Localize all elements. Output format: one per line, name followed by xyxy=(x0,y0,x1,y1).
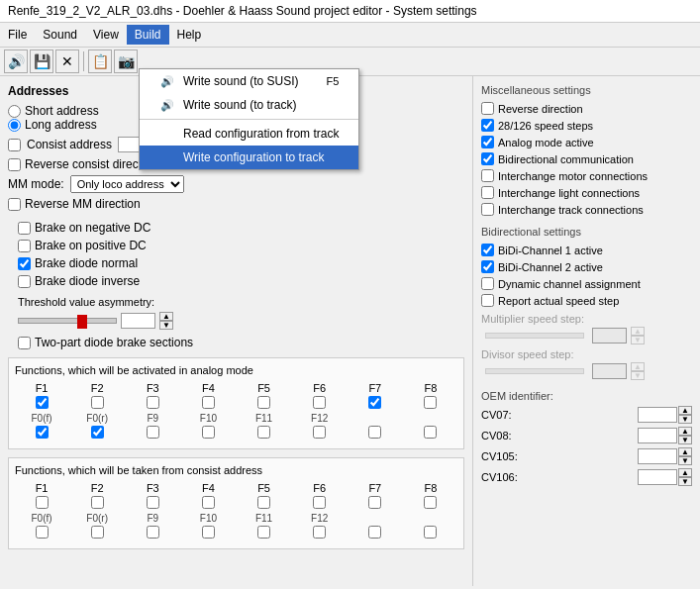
toolbar-copy-btn[interactable]: 📋 xyxy=(88,49,112,73)
cv08-up-btn[interactable]: ▲ xyxy=(678,427,692,436)
fa-cb-2-4[interactable] xyxy=(202,426,215,439)
cv07-down-btn[interactable]: ▼ xyxy=(678,415,692,424)
threshold-down-btn[interactable]: ▼ xyxy=(159,321,173,330)
long-address-label: Long address xyxy=(25,118,97,132)
fc-sh-f12: F12 xyxy=(293,513,347,524)
threshold-up-btn[interactable]: ▲ xyxy=(159,312,173,321)
toolbar-save-btn[interactable]: 💾 xyxy=(30,49,53,73)
bidir-row-2: Dynamic channel assignment xyxy=(481,277,692,290)
fa-cb-1-2[interactable] xyxy=(91,396,104,409)
threshold-value-input[interactable]: 6 xyxy=(121,313,155,329)
fc-cb-1-5[interactable] xyxy=(257,496,270,509)
fa-cb-1-6[interactable] xyxy=(313,396,326,409)
fc-cb-2-5[interactable] xyxy=(257,526,270,539)
mm-mode-select[interactable]: Only loco address Loco and F1-F4 Loco an… xyxy=(70,175,184,193)
fc-cb-1-2[interactable] xyxy=(91,496,104,509)
fa-cb-1-4[interactable] xyxy=(202,396,215,409)
menu-build[interactable]: Build xyxy=(127,25,169,45)
fa-cb-1-7[interactable] xyxy=(368,396,381,409)
cv106-down-btn[interactable]: ▼ xyxy=(678,477,692,486)
brake-diode-inverse-checkbox[interactable] xyxy=(18,275,31,288)
fa-cb-2-2[interactable] xyxy=(91,426,104,439)
fa-cb-1-5[interactable] xyxy=(257,396,270,409)
fa-cb-2-8[interactable] xyxy=(424,426,437,439)
fa-cb-2-5[interactable] xyxy=(257,426,270,439)
cv106-up-btn[interactable]: ▲ xyxy=(678,468,692,477)
menu-sound[interactable]: Sound xyxy=(35,25,85,45)
fa-cb-1-3[interactable] xyxy=(147,396,159,409)
fc-cb-2-3[interactable] xyxy=(147,526,159,539)
fc-cb-1-3[interactable] xyxy=(147,496,159,509)
fc-r1-c5 xyxy=(238,496,291,509)
fc-cb-2-4[interactable] xyxy=(202,526,215,539)
multiplier-input: 0 xyxy=(592,328,627,344)
cv106-input[interactable]: 0 xyxy=(638,469,677,485)
misc-cb-3[interactable] xyxy=(481,152,494,165)
functions-analog-title: Functions, which will be activated in an… xyxy=(15,364,457,376)
fc-sh-empty1 xyxy=(349,513,402,524)
read-config[interactable]: Read configuration from track xyxy=(140,122,358,146)
misc-cb-6[interactable] xyxy=(481,203,494,216)
toolbar-close-btn[interactable]: ✕ xyxy=(55,49,79,73)
toolbar-sound-btn[interactable]: 🔊 xyxy=(4,49,28,73)
bidir-cb-1[interactable] xyxy=(481,260,494,273)
short-address-radio[interactable] xyxy=(8,105,21,118)
fc-cb-1-6[interactable] xyxy=(313,496,326,509)
fc-cb-2-8[interactable] xyxy=(424,526,437,539)
cv08-down-btn[interactable]: ▼ xyxy=(678,436,692,444)
misc-cb-4[interactable] xyxy=(481,169,494,182)
fa-cb-2-3[interactable] xyxy=(147,426,159,439)
fa-cb-2-7[interactable] xyxy=(368,426,381,439)
fc-cb-2-2[interactable] xyxy=(91,526,104,539)
menu-help[interactable]: Help xyxy=(169,25,210,45)
threshold-spin-btns: ▲ ▼ xyxy=(159,312,173,330)
reverse-consist-checkbox[interactable] xyxy=(8,158,21,171)
brake-diode-normal-checkbox[interactable] xyxy=(18,257,31,270)
bidir-cb-2[interactable] xyxy=(481,277,494,290)
fa-h-f5: F5 xyxy=(238,382,291,394)
cv08-input[interactable]: 97 xyxy=(638,428,677,443)
fa-r1-c8 xyxy=(404,396,457,409)
toolbar-camera-btn[interactable]: 📷 xyxy=(114,49,138,73)
cv07-up-btn[interactable]: ▲ xyxy=(678,406,692,415)
misc-cb-2[interactable] xyxy=(481,136,494,148)
two-part-brake-checkbox[interactable] xyxy=(18,337,31,349)
fa-cb-2-6[interactable] xyxy=(313,426,326,439)
long-address-radio[interactable] xyxy=(8,119,21,132)
fc-cb-2-7[interactable] xyxy=(368,526,381,539)
menu-view[interactable]: View xyxy=(85,25,127,45)
fa-cb-1-8[interactable] xyxy=(424,396,437,409)
cv105-up-btn[interactable]: ▲ xyxy=(678,447,692,456)
fa-h-f8: F8 xyxy=(404,382,457,394)
brake-negative-checkbox[interactable] xyxy=(18,222,31,235)
fc-cb-2-6[interactable] xyxy=(313,526,326,539)
fa-r2-c6 xyxy=(293,426,347,439)
fc-cb-1-4[interactable] xyxy=(202,496,215,509)
threshold-slider-track[interactable] xyxy=(18,318,117,324)
cv105-down-btn[interactable]: ▼ xyxy=(678,456,692,465)
consist-address-checkbox[interactable] xyxy=(8,139,21,151)
write-sound-susi[interactable]: 🔊 Write sound (to SUSI) F5 xyxy=(140,69,358,93)
bidir-cb-3[interactable] xyxy=(481,294,494,307)
fa-cb-1-1[interactable] xyxy=(36,396,49,409)
write-sound-track[interactable]: 🔊 Write sound (to track) xyxy=(140,93,358,117)
fc-cb-2-1[interactable] xyxy=(36,526,49,539)
fc-cb-1-7[interactable] xyxy=(368,496,381,509)
fc-cb-1-1[interactable] xyxy=(36,496,49,509)
fa-r2-c1 xyxy=(15,426,68,439)
menu-file[interactable]: File xyxy=(0,25,35,45)
misc-cb-1[interactable] xyxy=(481,119,494,132)
misc-cb-5[interactable] xyxy=(481,186,494,199)
cv07-input[interactable]: 0 xyxy=(638,407,677,423)
fc-cb-1-8[interactable] xyxy=(424,496,437,509)
misc-cb-0[interactable] xyxy=(481,102,494,115)
divisor-up-btn: ▲ xyxy=(631,362,645,371)
bidir-cb-0[interactable] xyxy=(481,244,494,256)
reverse-mm-checkbox[interactable] xyxy=(8,198,21,211)
functions-analog-row2 xyxy=(15,426,457,439)
brake-positive-checkbox[interactable] xyxy=(18,240,31,252)
fa-cb-2-1[interactable] xyxy=(36,426,49,439)
write-config[interactable]: Write configuration to track xyxy=(140,146,358,169)
cv105-input[interactable]: 0 xyxy=(638,448,677,464)
threshold-slider-thumb xyxy=(77,315,87,329)
